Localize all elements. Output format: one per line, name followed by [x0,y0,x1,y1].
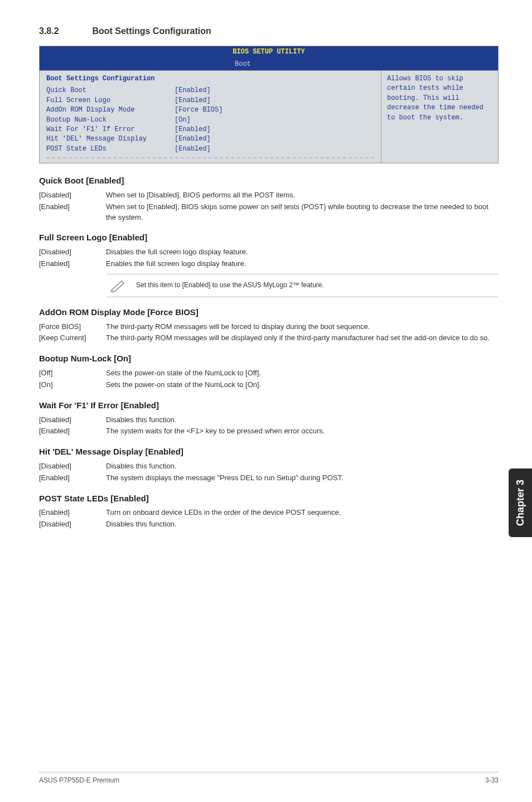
option-row: [Off]Sets the power-on state of the NumL… [39,368,499,379]
option-key: [Enabled] [39,473,106,484]
option-key: [Off] [39,368,106,379]
bios-panel: BIOS SETUP UTILITY Boot Boot Settings Co… [39,46,499,163]
setting-title: Hit 'DEL' Message Display [Enabled] [39,446,499,458]
option-description: Disables this function. [106,415,499,426]
option-key: [Disabled] [39,461,106,472]
bios-row-value: [On] [175,115,191,125]
bios-row-value: [Enabled] [175,134,211,144]
option-row: [Enabled]The system displays the message… [39,473,499,484]
bios-row-value: [Force BIOS] [175,105,223,115]
option-description: The third-party ROM messages will be dis… [106,333,499,344]
bios-row: Bootup Num-Lock[On] [46,115,374,125]
option-description: Sets the power-on state of the NumLock t… [106,368,499,379]
bios-help-pane: Allows BIOS to skip certain tests while … [381,71,498,163]
option-key: [Force BIOS] [39,322,106,332]
option-description: The system waits for the <F1> key to be … [106,426,499,437]
option-key: [On] [39,380,106,390]
option-description: Turn on onboard device LEDs in the order… [106,508,499,518]
option-description: The system displays the message "Press D… [106,473,499,484]
option-description: Sets the power-on state of the NumLock t… [106,380,499,390]
option-row: [Enabled]Turn on onboard device LEDs in … [39,508,499,518]
bios-panel-heading: Boot Settings Configuration [46,74,374,84]
bios-row: Quick Boot[Enabled] [46,86,374,95]
option-row: [Disabled]Disables the full screen logo … [39,247,499,258]
option-row: [Disabled]Disables this function. [39,415,499,426]
bios-row-value: [Enabled] [175,144,211,154]
bios-settings-pane: Boot Settings Configuration Quick Boot[E… [40,71,381,163]
setting-title: Full Screen Logo [Enabled] [39,231,499,244]
bios-title-bar: BIOS SETUP UTILITY [40,46,498,58]
bios-row-label: Hit 'DEL' Message Display [46,134,175,144]
section-title: Boot Settings Configuration [92,26,211,36]
option-row: [Enabled]Enables the full screen logo di… [39,259,499,269]
option-description: When set to [Disabled], BIOS performs al… [106,190,499,201]
setting-title: Quick Boot [Enabled] [39,175,499,187]
option-key: [Keep Current] [39,333,106,344]
bios-row-label: Wait For 'F1' If Error [46,125,175,134]
option-row: [Keep Current]The third-party ROM messag… [39,333,499,344]
bios-tab-bar: Boot [40,59,498,70]
option-key: [Enabled] [39,508,106,518]
section-heading: 3.8.2 Boot Settings Configuration [39,22,499,38]
bios-row-value: [Enabled] [175,96,211,105]
option-description: Enables the full screen logo display fea… [106,259,499,269]
bios-row: Full Screen Logo[Enabled] [46,96,374,105]
setting-title: Bootup Num-Lock [On] [39,352,499,365]
bios-row-label: Full Screen Logo [46,96,175,105]
bios-row: POST State LEDs[Enabled] [46,144,374,154]
bios-row-label: POST State LEDs [46,144,175,154]
page-footer: ASUS P7P55D-E Premium 3-33 [39,772,499,785]
option-key: [Disabled] [39,247,106,258]
option-row: [On]Sets the power-on state of the NumLo… [39,380,499,390]
option-description: Disables this function. [106,461,499,472]
option-key: [Enabled] [39,259,106,269]
option-description: When set to [Enabled], BIOS skips some p… [106,202,499,223]
option-key: [Disabled] [39,519,106,530]
section-number: 3.8.2 [39,25,89,37]
option-key: [Enabled] [39,426,106,437]
option-row: [Disabled]Disables this function. [39,461,499,472]
bios-divider [46,157,374,158]
bios-row: AddOn ROM Display Mode[Force BIOS] [46,105,374,115]
bios-row-label: AddOn ROM Display Mode [46,105,175,115]
option-key: [Disabled] [39,415,106,426]
setting-title: Wait For 'F1' If Error [Enabled] [39,399,499,412]
footer-right: 3-33 [485,776,499,785]
bios-rows: Quick Boot[Enabled]Full Screen Logo[Enab… [46,86,374,154]
option-row: [Enabled]The system waits for the <F1> k… [39,426,499,437]
option-row: [Enabled]When set to [Enabled], BIOS ski… [39,202,499,223]
option-description: The third-party ROM messages will be for… [106,322,499,332]
bios-row-label: Quick Boot [46,86,175,95]
chapter-tab: Chapter 3 [509,468,532,537]
bios-row-label: Bootup Num-Lock [46,115,175,125]
option-key: [Disabled] [39,190,106,201]
bios-row-value: [Enabled] [175,86,211,95]
footer-left: ASUS P7P55D-E Premium [39,776,119,785]
bios-row-value: [Enabled] [175,125,211,134]
option-row: [Disabled]Disables this function. [39,519,499,530]
option-row: [Force BIOS]The third-party ROM messages… [39,322,499,332]
option-key: [Enabled] [39,202,106,223]
option-row: [Disabled]When set to [Disabled], BIOS p… [39,190,499,201]
note-box: Set this item to [Enabled] to use the AS… [106,274,499,297]
option-description: Disables the full screen logo display fe… [106,247,499,258]
note-text: Set this item to [Enabled] to use the AS… [136,281,324,290]
setting-title: AddOn ROM Display Mode [Force BIOS] [39,306,499,318]
pencil-icon [109,279,127,292]
bios-row: Hit 'DEL' Message Display[Enabled] [46,134,374,144]
option-description: Disables this function. [106,519,499,530]
bios-row: Wait For 'F1' If Error[Enabled] [46,125,374,134]
setting-title: POST State LEDs [Enabled] [39,492,499,505]
